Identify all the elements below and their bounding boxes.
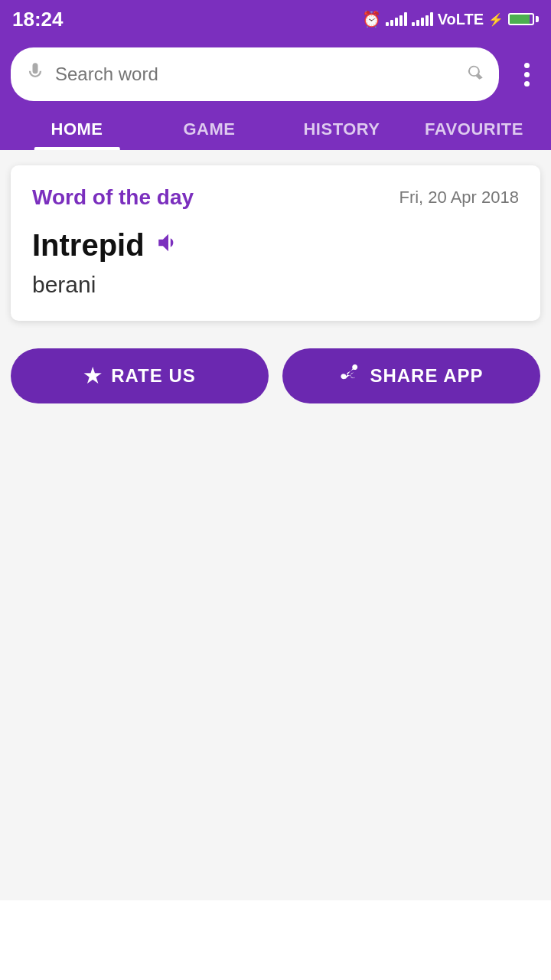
action-buttons: ★ RATE US SHARE APP (11, 348, 540, 403)
share-icon (339, 363, 360, 390)
word-of-day-date: Fri, 20 Apr 2018 (399, 188, 519, 207)
main-content: Word of the day Fri, 20 Apr 2018 Intrepi… (0, 150, 551, 900)
alarm-icon: ⏰ (362, 10, 381, 28)
microphone-icon[interactable] (24, 61, 46, 88)
tab-home[interactable]: HOME (11, 106, 143, 150)
word-translation: berani (32, 272, 519, 298)
rate-us-button[interactable]: ★ RATE US (11, 348, 269, 403)
share-app-button[interactable]: SHARE APP (282, 348, 540, 403)
word-of-day-card: Word of the day Fri, 20 Apr 2018 Intrepi… (11, 165, 540, 321)
status-bar: 18:24 ⏰ VoLTE ⚡ (0, 0, 551, 38)
signal-bars-1 (386, 12, 407, 26)
battery-icon (508, 13, 539, 25)
word-row: Intrepid (32, 228, 519, 263)
share-app-label: SHARE APP (370, 365, 483, 387)
app-header: HOME GAME HISTORY FAVOURITE (0, 38, 551, 150)
tab-favourite[interactable]: FAVOURITE (408, 106, 540, 150)
tab-history[interactable]: HISTORY (276, 106, 408, 150)
status-time: 18:24 (12, 8, 64, 31)
search-input[interactable] (55, 64, 456, 85)
status-icons: ⏰ VoLTE ⚡ (362, 10, 539, 28)
speaker-icon[interactable] (155, 230, 181, 262)
search-bar (11, 47, 499, 101)
search-icon[interactable] (465, 62, 485, 87)
nav-tabs: HOME GAME HISTORY FAVOURITE (11, 106, 540, 150)
charging-icon: ⚡ (488, 12, 504, 27)
more-menu-button[interactable] (513, 63, 540, 87)
word-text: Intrepid (32, 228, 145, 263)
star-icon: ★ (83, 364, 102, 388)
card-header: Word of the day Fri, 20 Apr 2018 (32, 185, 519, 210)
word-of-day-title: Word of the day (32, 185, 194, 210)
signal-bars-2 (412, 12, 433, 26)
rate-us-label: RATE US (111, 365, 196, 387)
volte-label: VoLTE (438, 11, 484, 28)
tab-game[interactable]: GAME (143, 106, 276, 150)
